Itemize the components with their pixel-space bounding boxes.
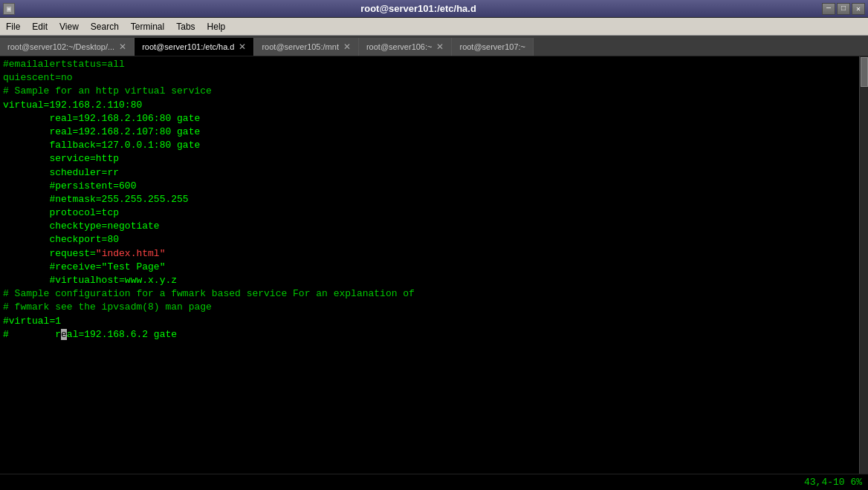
menu-edit[interactable]: Edit [26, 20, 54, 33]
terminal-line: checkport=80 [3, 233, 865, 246]
terminal-line: #netmask=255.255.255.255 [3, 193, 865, 206]
app-icon: ▣ [3, 3, 15, 15]
terminal-content[interactable]: #emailalertstatus=allquiescent=no# Sampl… [0, 56, 868, 490]
terminal-line: #persistent=600 [3, 180, 865, 193]
terminal-line: protocol=tcp [3, 206, 865, 220]
menu-view[interactable]: View [54, 20, 85, 33]
terminal-line: fallback=127.0.0.1:80 gate [3, 139, 865, 152]
title-bar: ▣ root@server101:/etc/ha.d ─ □ ✕ [0, 0, 868, 18]
scrollbar-thumb[interactable] [861, 57, 868, 87]
scrollbar[interactable] [859, 56, 868, 490]
close-button[interactable]: ✕ [852, 3, 865, 15]
tab-server105[interactable]: root@server105:/mnt ✕ [254, 38, 359, 56]
tab-close-server106[interactable]: ✕ [436, 42, 444, 52]
tab-close-server102[interactable]: ✕ [119, 42, 126, 52]
terminal-line: real=192.168.2.106:80 gate [3, 112, 865, 125]
terminal-line: service=http [3, 152, 865, 166]
menu-bar: File Edit View Search Terminal Tabs Help [0, 18, 868, 36]
terminal-line: quiescent=no [3, 71, 865, 85]
window-controls: ─ □ ✕ [822, 3, 865, 15]
status-bar: 43,4-10 6% [0, 474, 868, 490]
terminal-line: # real=192.168.6.2 gate [3, 328, 865, 342]
terminal-line: scheduler=rr [3, 166, 865, 180]
terminal-line: # Sample configuration for a fwmark base… [3, 287, 865, 301]
terminal-line: real=192.168.2.107:80 gate [3, 125, 865, 139]
menu-search[interactable]: Search [85, 20, 125, 33]
tab-close-server105[interactable]: ✕ [343, 42, 351, 52]
terminal-line: # Sample for an http virtual service [3, 85, 865, 98]
terminal-line: checktype=negotiate [3, 220, 865, 233]
maximize-button[interactable]: □ [837, 3, 850, 15]
cursor-position: 43,4-10 6% [804, 477, 862, 488]
minimize-button[interactable]: ─ [822, 3, 835, 15]
terminal-lines: #emailalertstatus=allquiescent=no# Sampl… [3, 58, 865, 342]
menu-help[interactable]: Help [201, 20, 232, 33]
terminal-line: #virtual=1 [3, 315, 865, 328]
tab-close-server101[interactable]: ✕ [239, 42, 246, 52]
terminal-line: #emailalertstatus=all [3, 58, 865, 71]
menu-file[interactable]: File [0, 20, 26, 33]
terminal-line: request="index.html" [3, 247, 865, 261]
terminal-line: #virtualhost=www.x.y.z [3, 274, 865, 287]
tab-server106[interactable]: root@server106:~ ✕ [359, 38, 453, 56]
tab-server107[interactable]: root@server107:~ [452, 38, 534, 56]
tab-server101[interactable]: root@server101:/etc/ha.d ✕ [135, 38, 254, 56]
terminal-line: virtual=192.168.2.110:80 [3, 99, 865, 112]
menu-tabs[interactable]: Tabs [170, 20, 201, 33]
terminal-line: # fwmark see the ipvsadm(8) man page [3, 301, 865, 314]
tab-bar: root@server102:~/Desktop/... ✕ root@serv… [0, 36, 868, 56]
terminal-line: #receive="Test Page" [3, 261, 865, 274]
menu-terminal[interactable]: Terminal [125, 20, 170, 33]
tab-server102[interactable]: root@server102:~/Desktop/... ✕ [0, 38, 135, 56]
window-title: root@server101:/etc/ha.d [15, 3, 822, 14]
